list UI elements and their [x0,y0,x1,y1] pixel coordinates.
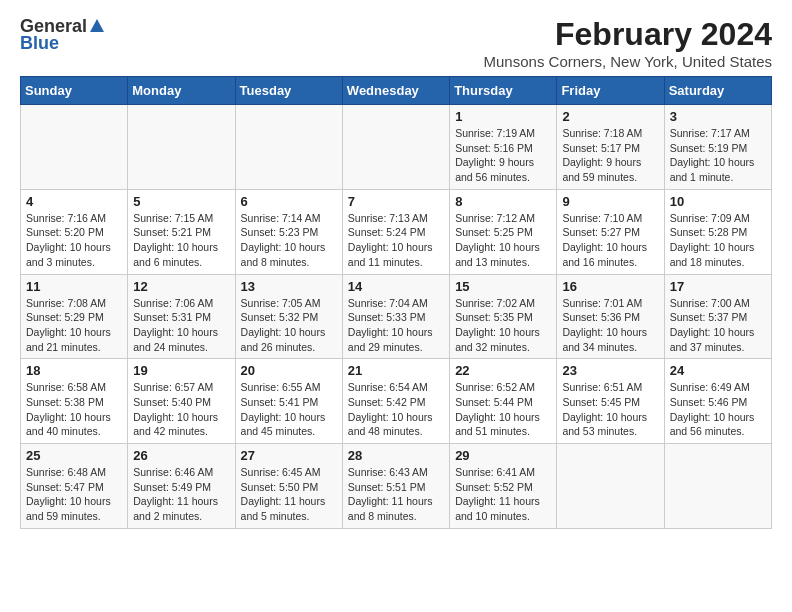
day-info: Sunrise: 7:01 AM Sunset: 5:36 PM Dayligh… [562,296,658,355]
calendar-cell: 10Sunrise: 7:09 AM Sunset: 5:28 PM Dayli… [664,189,771,274]
calendar-cell [235,105,342,190]
day-info: Sunrise: 7:16 AM Sunset: 5:20 PM Dayligh… [26,211,122,270]
calendar-cell: 2Sunrise: 7:18 AM Sunset: 5:17 PM Daylig… [557,105,664,190]
day-number: 1 [455,109,551,124]
day-number: 7 [348,194,444,209]
header-tuesday: Tuesday [235,77,342,105]
calendar-cell: 13Sunrise: 7:05 AM Sunset: 5:32 PM Dayli… [235,274,342,359]
calendar-cell: 6Sunrise: 7:14 AM Sunset: 5:23 PM Daylig… [235,189,342,274]
calendar-table: SundayMondayTuesdayWednesdayThursdayFrid… [20,76,772,529]
day-info: Sunrise: 6:43 AM Sunset: 5:51 PM Dayligh… [348,465,444,524]
day-number: 14 [348,279,444,294]
calendar-cell: 8Sunrise: 7:12 AM Sunset: 5:25 PM Daylig… [450,189,557,274]
day-info: Sunrise: 7:09 AM Sunset: 5:28 PM Dayligh… [670,211,766,270]
logo-triangle [90,19,104,32]
page-subtitle: Munsons Corners, New York, United States [484,53,772,70]
day-number: 27 [241,448,337,463]
day-number: 2 [562,109,658,124]
day-info: Sunrise: 7:13 AM Sunset: 5:24 PM Dayligh… [348,211,444,270]
calendar-cell: 16Sunrise: 7:01 AM Sunset: 5:36 PM Dayli… [557,274,664,359]
week-row-1: 1Sunrise: 7:19 AM Sunset: 5:16 PM Daylig… [21,105,772,190]
day-number: 19 [133,363,229,378]
calendar-cell: 1Sunrise: 7:19 AM Sunset: 5:16 PM Daylig… [450,105,557,190]
header-sunday: Sunday [21,77,128,105]
calendar-cell: 11Sunrise: 7:08 AM Sunset: 5:29 PM Dayli… [21,274,128,359]
day-info: Sunrise: 6:51 AM Sunset: 5:45 PM Dayligh… [562,380,658,439]
day-info: Sunrise: 7:10 AM Sunset: 5:27 PM Dayligh… [562,211,658,270]
day-info: Sunrise: 6:55 AM Sunset: 5:41 PM Dayligh… [241,380,337,439]
day-number: 23 [562,363,658,378]
day-info: Sunrise: 7:04 AM Sunset: 5:33 PM Dayligh… [348,296,444,355]
day-info: Sunrise: 7:17 AM Sunset: 5:19 PM Dayligh… [670,126,766,185]
day-info: Sunrise: 6:45 AM Sunset: 5:50 PM Dayligh… [241,465,337,524]
header-saturday: Saturday [664,77,771,105]
day-number: 21 [348,363,444,378]
day-number: 24 [670,363,766,378]
day-number: 10 [670,194,766,209]
day-info: Sunrise: 7:15 AM Sunset: 5:21 PM Dayligh… [133,211,229,270]
day-number: 22 [455,363,551,378]
day-info: Sunrise: 6:49 AM Sunset: 5:46 PM Dayligh… [670,380,766,439]
calendar-cell [342,105,449,190]
calendar-cell: 7Sunrise: 7:13 AM Sunset: 5:24 PM Daylig… [342,189,449,274]
header-friday: Friday [557,77,664,105]
day-number: 13 [241,279,337,294]
calendar-cell: 22Sunrise: 6:52 AM Sunset: 5:44 PM Dayli… [450,359,557,444]
calendar-cell [664,444,771,529]
calendar-cell: 12Sunrise: 7:06 AM Sunset: 5:31 PM Dayli… [128,274,235,359]
calendar-cell: 9Sunrise: 7:10 AM Sunset: 5:27 PM Daylig… [557,189,664,274]
day-info: Sunrise: 6:46 AM Sunset: 5:49 PM Dayligh… [133,465,229,524]
day-info: Sunrise: 7:14 AM Sunset: 5:23 PM Dayligh… [241,211,337,270]
day-number: 9 [562,194,658,209]
day-number: 3 [670,109,766,124]
day-info: Sunrise: 6:41 AM Sunset: 5:52 PM Dayligh… [455,465,551,524]
day-number: 12 [133,279,229,294]
day-info: Sunrise: 7:00 AM Sunset: 5:37 PM Dayligh… [670,296,766,355]
calendar-cell: 28Sunrise: 6:43 AM Sunset: 5:51 PM Dayli… [342,444,449,529]
day-number: 20 [241,363,337,378]
day-number: 28 [348,448,444,463]
calendar-cell: 21Sunrise: 6:54 AM Sunset: 5:42 PM Dayli… [342,359,449,444]
calendar-cell: 5Sunrise: 7:15 AM Sunset: 5:21 PM Daylig… [128,189,235,274]
day-info: Sunrise: 6:54 AM Sunset: 5:42 PM Dayligh… [348,380,444,439]
calendar-cell: 27Sunrise: 6:45 AM Sunset: 5:50 PM Dayli… [235,444,342,529]
calendar-cell: 3Sunrise: 7:17 AM Sunset: 5:19 PM Daylig… [664,105,771,190]
day-number: 8 [455,194,551,209]
header-wednesday: Wednesday [342,77,449,105]
calendar-cell: 15Sunrise: 7:02 AM Sunset: 5:35 PM Dayli… [450,274,557,359]
calendar-cell: 26Sunrise: 6:46 AM Sunset: 5:49 PM Dayli… [128,444,235,529]
day-info: Sunrise: 6:57 AM Sunset: 5:40 PM Dayligh… [133,380,229,439]
calendar-cell: 23Sunrise: 6:51 AM Sunset: 5:45 PM Dayli… [557,359,664,444]
header-monday: Monday [128,77,235,105]
day-info: Sunrise: 7:12 AM Sunset: 5:25 PM Dayligh… [455,211,551,270]
day-info: Sunrise: 7:18 AM Sunset: 5:17 PM Dayligh… [562,126,658,185]
logo-blue: Blue [20,33,59,54]
page-header: General Blue February 2024 Munsons Corne… [20,16,772,70]
title-area: February 2024 Munsons Corners, New York,… [484,16,772,70]
week-row-2: 4Sunrise: 7:16 AM Sunset: 5:20 PM Daylig… [21,189,772,274]
calendar-cell: 18Sunrise: 6:58 AM Sunset: 5:38 PM Dayli… [21,359,128,444]
day-number: 18 [26,363,122,378]
logo: General Blue [20,16,104,54]
day-info: Sunrise: 6:52 AM Sunset: 5:44 PM Dayligh… [455,380,551,439]
day-info: Sunrise: 7:06 AM Sunset: 5:31 PM Dayligh… [133,296,229,355]
day-info: Sunrise: 6:48 AM Sunset: 5:47 PM Dayligh… [26,465,122,524]
calendar-cell: 25Sunrise: 6:48 AM Sunset: 5:47 PM Dayli… [21,444,128,529]
calendar-cell [557,444,664,529]
day-number: 26 [133,448,229,463]
day-number: 25 [26,448,122,463]
header-thursday: Thursday [450,77,557,105]
day-number: 17 [670,279,766,294]
day-info: Sunrise: 7:19 AM Sunset: 5:16 PM Dayligh… [455,126,551,185]
day-info: Sunrise: 7:02 AM Sunset: 5:35 PM Dayligh… [455,296,551,355]
calendar-cell: 29Sunrise: 6:41 AM Sunset: 5:52 PM Dayli… [450,444,557,529]
calendar-cell: 24Sunrise: 6:49 AM Sunset: 5:46 PM Dayli… [664,359,771,444]
day-number: 4 [26,194,122,209]
week-row-5: 25Sunrise: 6:48 AM Sunset: 5:47 PM Dayli… [21,444,772,529]
calendar-cell: 19Sunrise: 6:57 AM Sunset: 5:40 PM Dayli… [128,359,235,444]
calendar-cell [128,105,235,190]
day-number: 5 [133,194,229,209]
week-row-3: 11Sunrise: 7:08 AM Sunset: 5:29 PM Dayli… [21,274,772,359]
day-info: Sunrise: 6:58 AM Sunset: 5:38 PM Dayligh… [26,380,122,439]
day-info: Sunrise: 7:08 AM Sunset: 5:29 PM Dayligh… [26,296,122,355]
